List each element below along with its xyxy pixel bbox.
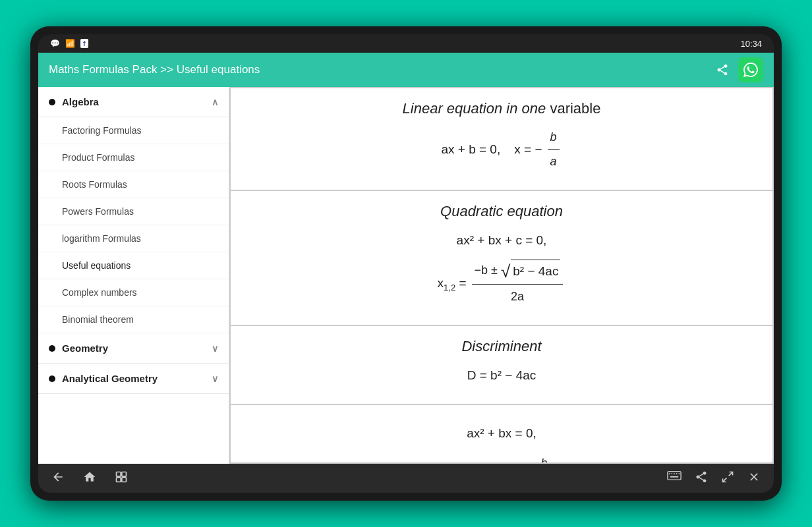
formula-special: ax² + bx = 0, x1 = 0, x2 = − b a	[246, 422, 757, 464]
section-linear: Linear equation in one variable ax + b =…	[231, 88, 772, 191]
tablet-frame: 💬 📶 f 10:34 Maths Formulas Pack >> Usefu…	[30, 26, 782, 501]
sidebar-item-factoring[interactable]: Factoring Formulas	[38, 117, 229, 144]
section-discriminent: Discriminent D = b² − 4ac	[231, 326, 772, 405]
main-content: Algebra ∧ Factoring Formulas Product For…	[38, 87, 774, 464]
section-quadratic: Quadratic equation ax² + bx + c = 0, x1,…	[231, 191, 772, 326]
svg-rect-2	[117, 477, 121, 482]
sidebar-item-logarithm[interactable]: logarithm Formulas	[38, 225, 229, 252]
formula-linear: ax + b = 0, x = − b a	[246, 126, 757, 173]
bottom-nav-right	[667, 470, 761, 487]
section-title-linear: Linear equation in one variable	[246, 100, 757, 117]
sidebar-category-label-algebra: Algebra	[62, 96, 99, 107]
bottom-nav-left	[51, 470, 128, 487]
status-time: 10:34	[740, 39, 762, 49]
sidebar-item-roots[interactable]: Roots Formulas	[38, 171, 229, 198]
sidebar-category-label-analytical: Analytical Geometry	[62, 373, 158, 384]
sidebar-category-geometry[interactable]: Geometry ∨	[38, 333, 229, 364]
close-button[interactable]	[747, 470, 761, 487]
chevron-down-icon-analytical: ∨	[212, 374, 218, 384]
share-button[interactable]	[709, 57, 736, 83]
svg-rect-3	[122, 477, 127, 482]
chevron-down-icon-geometry: ∨	[212, 343, 218, 354]
bottom-nav	[38, 464, 774, 493]
svg-line-11	[729, 472, 733, 476]
svg-line-12	[723, 478, 727, 482]
bullet-analytical	[49, 375, 55, 382]
fullscreen-button[interactable]	[721, 470, 734, 487]
bullet-geometry	[49, 345, 55, 352]
content-area: Linear equation in one variable ax + b =…	[229, 87, 774, 464]
bullet-algebra	[49, 99, 55, 105]
message-icon: 💬	[50, 39, 60, 48]
sidebar-category-analytical[interactable]: Analytical Geometry ∨	[38, 364, 229, 394]
keyboard-button[interactable]	[667, 470, 682, 487]
home-button[interactable]	[83, 470, 96, 487]
sidebar-item-complex[interactable]: Complex numbers	[38, 279, 229, 306]
app-bar: Maths Formulas Pack >> Useful equations	[38, 53, 774, 87]
wifi-icon: 📶	[65, 39, 75, 48]
sidebar-category-algebra[interactable]: Algebra ∧	[38, 87, 229, 117]
tablet-screen: 💬 📶 f 10:34 Maths Formulas Pack >> Usefu…	[38, 34, 774, 493]
sidebar-item-useful-equations[interactable]: Useful equations	[38, 252, 229, 279]
sidebar-item-binomial[interactable]: Binomial theorem	[38, 306, 229, 333]
whatsapp-button[interactable]	[738, 57, 763, 82]
chevron-up-icon: ∧	[212, 97, 218, 107]
app-title: Maths Formulas Pack >> Useful equations	[49, 63, 260, 76]
section-title-quadratic: Quadratic equation	[246, 203, 757, 220]
section-title-discriminent: Discriminent	[246, 338, 757, 355]
formula-discriminent: D = b² − 4ac	[246, 364, 757, 387]
sidebar: Algebra ∧ Factoring Formulas Product For…	[38, 87, 229, 464]
formula-quadratic: ax² + bx + c = 0, x1,2 = −b ± √ b² − 4ac	[246, 229, 757, 308]
recent-apps-button[interactable]	[115, 470, 128, 487]
share-bottom-button[interactable]	[695, 470, 708, 487]
svg-rect-0	[117, 472, 121, 476]
status-icons-left: 💬 📶 f	[50, 39, 88, 48]
sidebar-item-product[interactable]: Product Formulas	[38, 144, 229, 171]
section-special: ax² + bx = 0, x1 = 0, x2 = − b a	[231, 405, 772, 464]
back-button[interactable]	[51, 470, 65, 487]
sidebar-category-label-geometry: Geometry	[62, 343, 108, 354]
status-bar: 💬 📶 f 10:34	[38, 34, 774, 53]
app-bar-actions	[709, 57, 763, 83]
facebook-icon: f	[80, 39, 88, 48]
svg-rect-1	[122, 472, 127, 476]
sidebar-item-powers[interactable]: Powers Formulas	[38, 198, 229, 225]
svg-rect-4	[668, 471, 681, 480]
